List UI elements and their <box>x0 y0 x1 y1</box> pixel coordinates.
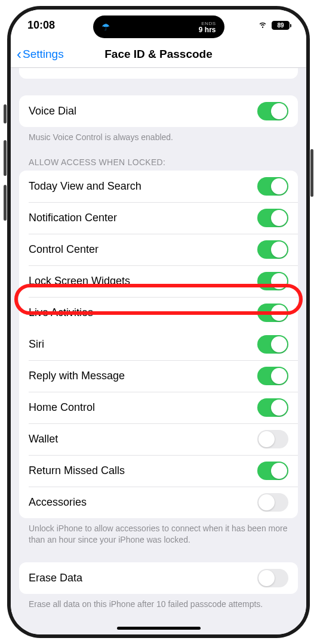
allow-row[interactable]: Control Center <box>19 234 298 265</box>
allow-row[interactable]: Notification Center <box>19 202 298 234</box>
screen: 10:08 ☂ ENDS 9 hrs 89 ‹ Settings <box>11 10 306 634</box>
allow-row[interactable]: Reply with Message <box>19 360 298 392</box>
allow-row-label: Reply with Message <box>29 370 125 382</box>
island-hours: 9 hrs <box>199 27 216 33</box>
allow-row-label: Control Center <box>29 243 99 256</box>
erase-data-label: Erase Data <box>29 572 82 584</box>
back-button[interactable]: ‹ Settings <box>17 46 64 63</box>
allow-row-toggle[interactable] <box>257 398 288 417</box>
allow-row-toggle[interactable] <box>257 367 288 385</box>
allow-row[interactable]: Lock Screen Widgets <box>19 265 298 297</box>
allow-row-label: Siri <box>29 338 44 351</box>
allow-row-toggle[interactable] <box>257 493 288 512</box>
voice-dial-toggle[interactable] <box>257 102 288 120</box>
allow-row-label: Return Missed Calls <box>29 465 125 477</box>
allow-row-toggle[interactable] <box>257 462 288 480</box>
allow-row-toggle[interactable] <box>257 177 288 196</box>
erase-data-footer: Erase all data on this iPhone after 10 f… <box>11 594 306 610</box>
allow-row[interactable]: Home Control <box>19 392 298 423</box>
allow-row[interactable]: Return Missed Calls <box>19 455 298 487</box>
allow-row-label: Wallet <box>29 433 58 445</box>
allow-row[interactable]: Live Activities <box>19 297 298 329</box>
voice-dial-label: Voice Dial <box>29 105 76 117</box>
dynamic-island[interactable]: ☂ ENDS 9 hrs <box>93 16 224 38</box>
allow-row[interactable]: Wallet <box>19 423 298 455</box>
volume-down-button <box>4 185 7 221</box>
nav-bar: ‹ Settings Face ID & Passcode <box>11 41 306 68</box>
allow-access-header: Allow Access When Locked: <box>11 143 306 171</box>
voice-dial-group: Voice Dial <box>19 95 298 127</box>
umbrella-icon: ☂ <box>101 21 110 33</box>
allow-row-label: Live Activities <box>29 306 93 319</box>
battery-indicator: 89 <box>272 21 290 30</box>
chevron-left-icon: ‹ <box>17 46 21 63</box>
side-button <box>310 149 313 197</box>
allow-row-label: Notification Center <box>29 212 117 224</box>
phone-frame: 10:08 ☂ ENDS 9 hrs 89 ‹ Settings <box>7 6 310 638</box>
wifi-icon <box>257 18 268 32</box>
allow-row-label: Home Control <box>29 401 95 414</box>
status-time: 10:08 <box>27 19 55 32</box>
status-bar: 10:08 ☂ ENDS 9 hrs 89 <box>11 10 306 41</box>
allow-row-label: Accessories <box>29 496 87 509</box>
allow-row[interactable]: Siri <box>19 329 298 360</box>
voice-dial-row[interactable]: Voice Dial <box>19 95 298 127</box>
allow-row[interactable]: Accessories <box>19 487 298 518</box>
content-scroll[interactable]: Voice Dial Music Voice Control is always… <box>11 68 306 634</box>
allow-row-toggle[interactable] <box>257 335 288 354</box>
allow-row-toggle[interactable] <box>257 304 288 322</box>
voice-dial-footer: Music Voice Control is always enabled. <box>11 127 306 143</box>
erase-data-group: Erase Data <box>19 562 298 594</box>
allow-row-toggle[interactable] <box>257 240 288 259</box>
volume-switch <box>4 104 7 123</box>
allow-access-footer: Unlock iPhone to allow accessories to co… <box>11 518 306 546</box>
allow-row-label: Lock Screen Widgets <box>29 275 130 287</box>
prev-group-peek <box>19 68 298 79</box>
volume-up-button <box>4 140 7 176</box>
erase-data-row[interactable]: Erase Data <box>19 562 298 594</box>
allow-access-group: Today View and SearchNotification Center… <box>19 171 298 518</box>
allow-row-toggle[interactable] <box>257 430 288 448</box>
home-indicator[interactable] <box>117 627 201 630</box>
allow-row-toggle[interactable] <box>257 209 288 227</box>
erase-data-toggle[interactable] <box>257 569 288 587</box>
allow-row-label: Today View and Search <box>29 180 141 193</box>
back-label: Settings <box>23 48 64 61</box>
allow-row-toggle[interactable] <box>257 272 288 290</box>
allow-row[interactable]: Today View and Search <box>19 171 298 202</box>
